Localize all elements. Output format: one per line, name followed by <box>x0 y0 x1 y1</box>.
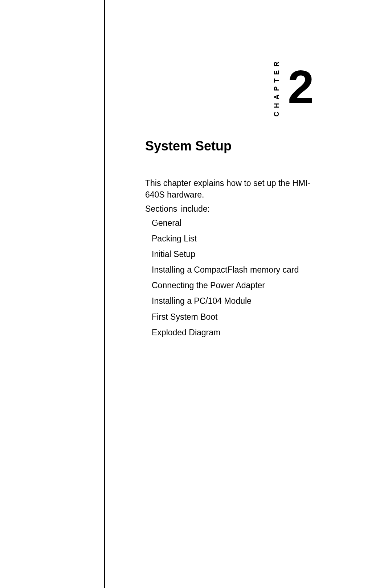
list-item: First System Boot <box>152 311 312 323</box>
sections-label: Sections include: <box>145 204 312 214</box>
vertical-divider <box>104 0 105 588</box>
content-area: CHAPTER 2 System Setup This chapter expl… <box>145 58 312 343</box>
sections-list: General Packing List Initial Setup Insta… <box>145 218 312 338</box>
list-item: Packing List <box>152 233 312 244</box>
chapter-label: CHAPTER <box>273 58 281 117</box>
chapter-header: CHAPTER 2 <box>145 58 312 117</box>
list-item: Installing a PC/104 Module <box>152 295 312 307</box>
list-item: Exploded Diagram <box>152 327 312 338</box>
chapter-number: 2 <box>288 66 312 108</box>
list-item: Connecting the Power Adapter <box>152 280 312 291</box>
list-item: Installing a CompactFlash memory card <box>152 264 312 276</box>
list-item: General <box>152 218 312 229</box>
list-item: Initial Setup <box>152 249 312 260</box>
page: CHAPTER 2 System Setup This chapter expl… <box>0 0 392 588</box>
chapter-title: System Setup <box>145 138 312 154</box>
chapter-intro: This chapter explains how to set up the … <box>145 177 312 200</box>
